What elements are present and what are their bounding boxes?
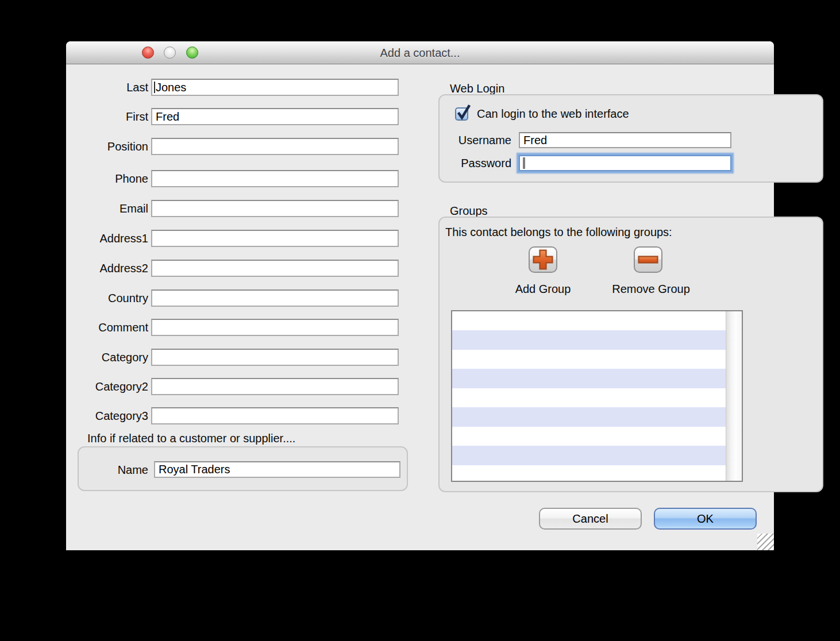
remove-group-button[interactable] [634, 246, 662, 273]
field-row-category: Category [66, 349, 411, 366]
category2-input[interactable] [151, 378, 399, 395]
related-info-heading: Info if related to a customer or supplie… [87, 431, 295, 445]
can-login-label: Can login to the web interface [477, 106, 629, 121]
category3-label: Category3 [66, 407, 148, 424]
vertical-scrollbar[interactable] [726, 311, 742, 481]
position-label: Position [66, 138, 148, 155]
first-input[interactable] [151, 108, 399, 125]
password-label: Password [445, 155, 511, 171]
resize-grip-icon[interactable] [757, 534, 774, 550]
address2-label: Address2 [66, 260, 148, 277]
password-input[interactable] [519, 155, 731, 171]
groups-section-label: Groups [450, 204, 488, 218]
groups-list[interactable] [451, 310, 743, 482]
groups-heading: This contact belongs to the following gr… [445, 225, 672, 240]
titlebar[interactable]: Add a contact... [66, 41, 774, 64]
first-label: First [66, 108, 148, 125]
phone-label: Phone [66, 170, 148, 187]
category-input[interactable] [151, 349, 399, 366]
web-login-section-label: Web Login [450, 82, 504, 95]
minus-icon [635, 248, 661, 272]
add-group-button[interactable] [529, 246, 557, 273]
add-contact-dialog: Add a contact... Last First Position Pho… [66, 41, 774, 550]
address1-label: Address1 [66, 230, 148, 247]
field-row-address1: Address1 [66, 230, 411, 247]
window-title: Add a contact... [66, 41, 774, 64]
last-input[interactable] [151, 79, 399, 96]
field-row-comment: Comment [66, 319, 411, 336]
field-row-first: First [66, 108, 411, 125]
comment-label: Comment [66, 319, 148, 336]
can-login-checkbox[interactable] [455, 107, 468, 121]
field-row-address2: Address2 [66, 260, 411, 277]
email-label: Email [66, 200, 148, 217]
last-label: Last [66, 79, 148, 96]
phone-input[interactable] [151, 170, 399, 187]
name-label: Name [66, 461, 148, 478]
username-input[interactable] [519, 132, 731, 148]
field-row-position: Position [66, 138, 411, 155]
name-input[interactable] [154, 461, 400, 478]
category2-label: Category2 [66, 378, 148, 395]
remove-group-caption: Remove Group [605, 281, 697, 296]
cancel-button[interactable]: Cancel [539, 508, 642, 530]
country-label: Country [66, 289, 148, 307]
field-row-category2: Category2 [66, 378, 411, 395]
field-row-phone: Phone [66, 170, 411, 187]
country-input[interactable] [151, 289, 399, 307]
username-label: Username [445, 132, 511, 148]
address1-input[interactable] [151, 230, 399, 247]
comment-input[interactable] [151, 319, 399, 336]
field-row-email: Email [66, 200, 411, 217]
field-row-last: Last [66, 79, 411, 96]
add-group-caption: Add Group [503, 281, 583, 296]
field-row-category3: Category3 [66, 407, 411, 424]
checkmark-icon [456, 103, 472, 121]
field-row-country: Country [66, 289, 411, 307]
category3-input[interactable] [151, 407, 399, 424]
category-label: Category [66, 349, 148, 366]
address2-input[interactable] [151, 260, 399, 277]
ok-button[interactable]: OK [654, 508, 757, 530]
plus-icon [530, 248, 556, 272]
position-input[interactable] [151, 138, 399, 155]
email-input[interactable] [151, 200, 399, 217]
